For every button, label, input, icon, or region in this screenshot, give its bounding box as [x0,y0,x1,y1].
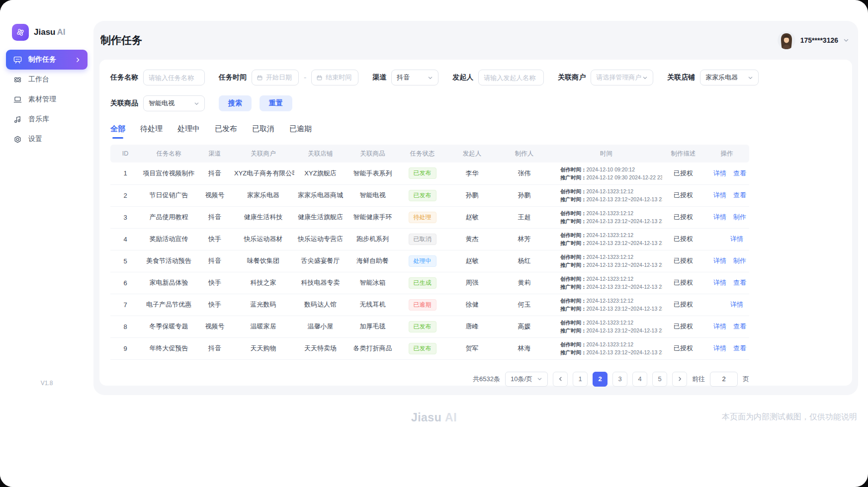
table-cell: 天天购物 [232,337,294,359]
time-line: 创作时间：2024-12-1323:12:12 [560,340,660,348]
start-date-picker[interactable]: 开始日期 [252,70,299,85]
music-icon [12,114,22,124]
goto-page-input[interactable] [710,372,738,387]
filter-initiator: 发起人 [452,70,544,85]
table-cell: 快手 [197,228,232,250]
table-cell: 家家乐电器商城 [294,184,347,206]
table-cell-time: 创作时间：2024-12-1323:12:12推广时间：2024-12-13 2… [550,272,662,294]
column-header: 关联商户 [232,145,294,162]
time-line: 创作时间：2024-12-1323:12:12 [560,187,660,195]
table-cell-actions: 详情查看 [704,162,749,184]
page-button-1[interactable]: 1 [573,372,588,387]
reset-button[interactable]: 重置 [260,95,292,111]
action-link[interactable]: 详情 [713,323,726,330]
page-button-5[interactable]: 5 [652,372,667,387]
sidebar-item-1[interactable]: 制作任务 [6,50,87,70]
page-button-4[interactable]: 4 [632,372,647,387]
page-button-2[interactable]: 2 [593,372,608,387]
action-link[interactable]: 制作 [733,257,746,264]
sidebar-item-label: 素材管理 [28,95,56,104]
status-badge: 已发布 [409,167,436,179]
table-cell-actions: 详情 [704,228,749,250]
action-link[interactable]: 详情 [713,344,726,352]
task-name-input[interactable] [149,74,199,81]
action-link[interactable]: 查看 [733,344,746,352]
page-button-3[interactable]: 3 [612,372,627,387]
tab-4[interactable]: 已发布 [215,124,237,139]
end-date-placeholder: 结束时间 [326,73,351,82]
column-header: 任务状态 [399,145,446,162]
task-time-label: 任务时间 [219,73,247,82]
table-cell-time: 创作时间：2024-12-1323:12:12推广时间：2024-12-13 2… [550,316,662,337]
table-cell: 舌尖盛宴餐厅 [294,250,347,272]
brand-logo: JiasuAI [0,0,93,41]
tab-3[interactable]: 处理中 [177,124,200,139]
filter-task-name: 任务名称 [110,70,205,85]
time-line: 推广时间：2024-12-13 23:12~2024-12-13 23:12 [560,239,660,247]
table-cell: 4 [110,228,140,250]
status-badge: 待处理 [409,212,436,223]
action-link[interactable]: 查看 [733,279,746,286]
table-cell: 快乐运动专营店 [294,228,347,250]
tab-2[interactable]: 待处理 [140,124,163,139]
task-table-wrap: ID任务名称渠道关联商户关联店铺关联商品任务状态发起人制作人时间制作描述操作 1… [110,145,749,360]
table-cell: 健康生活科技 [232,206,294,228]
action-link[interactable]: 详情 [713,257,726,264]
action-link[interactable]: 制作 [733,213,746,221]
app-window: JiasuAI 制作任务工作台素材管理音乐库设置 V1.8 制作任务 [0,0,868,487]
action-link[interactable]: 查看 [733,323,746,330]
prev-page-button[interactable] [553,372,568,387]
sidebar-item-3[interactable]: 素材管理 [6,89,87,109]
start-date-placeholder: 开始日期 [266,73,292,82]
table-cell: 徐健 [446,294,498,316]
page-title: 制作任务 [100,33,142,47]
end-date-picker[interactable]: 结束时间 [311,70,358,85]
table-cell-desc: 已授权 [662,337,704,359]
initiator-input[interactable] [484,74,538,81]
table-cell: 蓝光数码 [232,294,294,316]
action-link[interactable]: 查看 [733,191,746,199]
next-page-button[interactable] [672,372,687,387]
action-link[interactable]: 详情 [713,279,726,286]
user-menu[interactable]: 175****3126 [778,31,849,49]
action-link[interactable]: 详情 [713,213,726,221]
action-link[interactable]: 详情 [730,301,743,308]
store-select[interactable]: 家家乐电器 [700,70,759,85]
tab-5[interactable]: 已取消 [252,124,274,139]
action-link[interactable]: 详情 [713,191,726,199]
sidebar-item-5[interactable]: 设置 [6,129,87,149]
table-cell-actions: 详情查看 [704,184,749,206]
table-cell: 温暖家居 [232,316,294,337]
store-label: 关联店铺 [667,73,695,82]
action-link[interactable]: 详情 [713,169,726,177]
table-cell: 电子产品节优惠 [140,294,197,316]
tab-6[interactable]: 已逾期 [289,124,312,139]
goto-unit: 页 [743,375,749,384]
merchant-select[interactable]: 请选择管理商户 [591,70,653,85]
table-cell: 智能健康手环 [347,206,399,228]
table-cell-desc: 已授权 [662,294,704,316]
table-header-row: ID任务名称渠道关联商户关联店铺关联商品任务状态发起人制作人时间制作描述操作 [110,145,749,162]
table-row: 4奖励活动宣传快手快乐运动器材快乐运动专营店跑步机系列已取消黄杰林芳创作时间：2… [110,228,749,250]
table-cell: 智能冰箱 [347,272,399,294]
filter-merchant: 关联商户 请选择管理商户 [558,70,653,85]
filter-store: 关联店铺 家家乐电器 [667,70,759,85]
column-header: ID [110,145,140,162]
sidebar-item-2[interactable]: 工作台 [6,70,87,89]
page-size-select[interactable]: 10条/页 [505,372,548,387]
search-button[interactable]: 搜索 [219,95,252,111]
action-link[interactable]: 详情 [730,235,743,243]
product-select[interactable]: 智能电视 [143,95,205,111]
status-badge: 处理中 [409,255,436,267]
tab-1[interactable]: 全部 [110,124,125,139]
channel-select[interactable]: 抖音 [391,70,438,85]
chevron-down-icon [537,376,542,382]
table-cell: 7 [110,294,140,316]
time-line: 创作时间：2024-12-1323:12:12 [560,253,660,261]
table-cell: 9 [110,337,140,359]
table-cell: 健康生活旗舰店 [294,206,347,228]
task-name-input-wrap [143,70,205,85]
action-link[interactable]: 查看 [733,169,746,177]
sidebar-item-4[interactable]: 音乐库 [6,109,87,129]
chevron-down-icon [428,75,433,81]
